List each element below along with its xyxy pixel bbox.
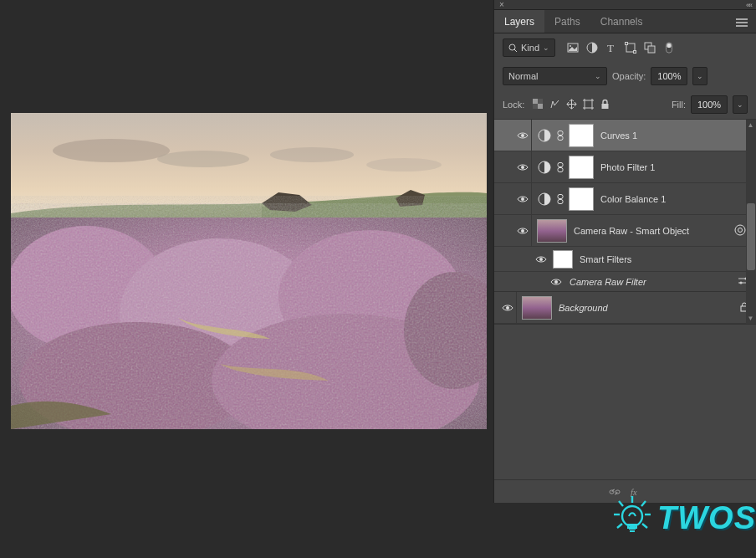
- svg-text:T: T: [607, 42, 614, 54]
- lock-icons: [533, 99, 610, 111]
- visibility-toggle[interactable]: [499, 304, 516, 312]
- opacity-flyout-button[interactable]: ⌄: [692, 67, 707, 85]
- svg-point-46: [738, 228, 743, 232]
- svg-rect-42: [558, 194, 563, 198]
- svg-point-32: [521, 134, 524, 137]
- layer-smart-filters[interactable]: Smart Filters: [494, 247, 756, 272]
- filter-shape-icon[interactable]: [625, 42, 636, 54]
- layer-smart-object[interactable]: Camera Raw - Smart Object: [494, 215, 756, 247]
- svg-point-16: [570, 45, 571, 47]
- panel-menu-icon[interactable]: [728, 10, 756, 33]
- svg-point-52: [739, 281, 742, 284]
- lock-all-icon[interactable]: [600, 99, 610, 111]
- link-icon: [555, 162, 565, 172]
- lock-image-icon[interactable]: [549, 99, 560, 111]
- layer-name[interactable]: Smart Filters: [580, 254, 749, 264]
- svg-rect-21: [634, 51, 636, 54]
- svg-line-63: [617, 524, 622, 528]
- blend-row: Normal ⌄ Opacity: 100% ⌄: [494, 62, 756, 90]
- tab-channels[interactable]: Channels: [590, 10, 653, 33]
- layer-background[interactable]: Background: [494, 292, 756, 324]
- lock-position-icon[interactable]: [566, 99, 577, 111]
- layer-thumbnail[interactable]: [537, 219, 567, 243]
- svg-point-48: [554, 280, 558, 284]
- svg-point-40: [521, 197, 524, 201]
- filter-mask-thumbnail[interactable]: [553, 250, 573, 269]
- svg-line-64: [642, 524, 647, 528]
- canvas-area: [0, 0, 493, 558]
- layer-filter-row: Kind ⌄ T: [494, 33, 756, 62]
- panel-tabs: Layers Paths Channels: [494, 10, 756, 33]
- lock-row: Lock: Fill: 100% ⌄: [494, 90, 756, 119]
- scroll-up-icon[interactable]: ▲: [747, 121, 754, 129]
- svg-point-4: [366, 158, 442, 171]
- curves-adjustment-icon: [537, 128, 552, 143]
- scroll-down-icon[interactable]: ▼: [747, 315, 754, 322]
- blend-mode-value: Normal: [508, 71, 538, 81]
- filter-kind-dropdown[interactable]: Kind ⌄: [503, 38, 555, 57]
- photo-filter-adjustment-icon: [537, 160, 552, 175]
- svg-rect-26: [533, 99, 538, 104]
- layer-name[interactable]: Background: [559, 303, 739, 313]
- layer-name[interactable]: Camera Raw - Smart Object: [574, 226, 734, 236]
- svg-rect-43: [558, 199, 563, 203]
- svg-point-53: [506, 306, 509, 310]
- layer-mask-thumbnail[interactable]: [569, 124, 594, 147]
- layer-camera-raw-filter[interactable]: Camera Raw Filter: [494, 272, 756, 292]
- tab-layers[interactable]: Layers: [494, 10, 544, 33]
- svg-line-60: [641, 501, 646, 506]
- link-icon: [555, 194, 565, 204]
- svg-rect-35: [558, 136, 563, 140]
- svg-rect-20: [626, 43, 628, 45]
- layer-name[interactable]: Camera Raw Filter: [570, 277, 738, 287]
- svg-point-65: [622, 506, 642, 526]
- svg-rect-29: [533, 104, 538, 109]
- layer-name[interactable]: Color Balance 1: [600, 194, 749, 204]
- svg-point-1: [53, 139, 170, 162]
- lightbulb-icon: [607, 493, 657, 543]
- opacity-input[interactable]: 100%: [651, 67, 687, 85]
- tab-paths[interactable]: Paths: [544, 10, 590, 33]
- layer-thumbnail[interactable]: [522, 296, 552, 320]
- svg-point-36: [521, 166, 524, 169]
- svg-rect-34: [558, 131, 563, 135]
- document-image[interactable]: [11, 113, 487, 429]
- layer-name[interactable]: Photo Filter 1: [600, 162, 749, 172]
- svg-point-44: [521, 229, 524, 233]
- color-balance-adjustment-icon: [537, 192, 552, 207]
- svg-rect-38: [558, 162, 563, 166]
- visibility-toggle[interactable]: [514, 163, 531, 171]
- smart-object-badge-icon: [734, 224, 746, 238]
- layer-color-balance[interactable]: Color Balance 1: [494, 183, 756, 215]
- visibility-toggle[interactable]: [533, 255, 549, 264]
- scrollbar-thumb[interactable]: [747, 203, 755, 270]
- svg-point-13: [509, 44, 515, 50]
- filter-adjustment-icon[interactable]: [586, 42, 598, 54]
- visibility-toggle[interactable]: [514, 131, 531, 140]
- visibility-toggle[interactable]: [514, 227, 531, 235]
- chevron-down-icon: ⌄: [595, 72, 601, 80]
- filter-pixel-icon[interactable]: [567, 42, 579, 54]
- visibility-toggle[interactable]: [514, 195, 531, 203]
- layer-mask-thumbnail[interactable]: [569, 187, 594, 211]
- filter-kind-label: Kind: [521, 43, 539, 53]
- layer-curves[interactable]: Curves 1: [494, 120, 756, 151]
- visibility-toggle[interactable]: [548, 278, 564, 286]
- svg-line-14: [514, 49, 517, 52]
- filter-smartobject-icon[interactable]: [644, 42, 656, 54]
- fill-flyout-button[interactable]: ⌄: [733, 95, 748, 114]
- filter-toggle-icon[interactable]: [663, 42, 675, 54]
- panel-collapse-icon[interactable]: ««: [746, 1, 751, 9]
- fill-input[interactable]: 100%: [691, 95, 728, 114]
- svg-point-47: [539, 258, 543, 261]
- layers-scrollbar[interactable]: ▲ ▼: [746, 120, 756, 324]
- layer-name[interactable]: Curves 1: [600, 131, 749, 141]
- layer-photo-filter[interactable]: Photo Filter 1: [494, 151, 756, 183]
- blend-mode-dropdown[interactable]: Normal ⌄: [503, 67, 607, 85]
- filter-type-icon[interactable]: T: [605, 42, 617, 54]
- layer-mask-thumbnail[interactable]: [569, 156, 594, 179]
- lock-artboard-icon[interactable]: [583, 99, 594, 111]
- lock-transparent-icon[interactable]: [533, 99, 544, 111]
- panel-close-icon[interactable]: ×: [499, 0, 504, 9]
- panel-topbar: × ««: [494, 0, 756, 10]
